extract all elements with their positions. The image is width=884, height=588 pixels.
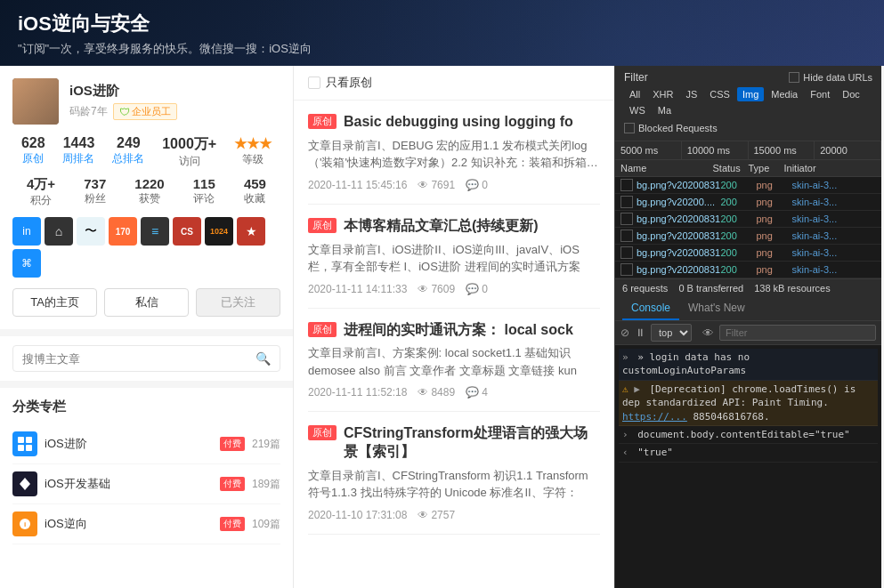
stat-favorites-label: 收藏: [244, 191, 266, 206]
console-arrow-3: ‹: [622, 447, 629, 458]
stat-points: 4万+ 积分: [27, 176, 55, 208]
badge-pulse: 〜: [77, 217, 105, 246]
col-initiator: Initiator: [784, 163, 877, 173]
filter-tab-all[interactable]: All: [624, 87, 645, 101]
page-subtitle: "订阅"一次，享受终身服务的快乐。微信搜一搜：iOS逆向: [18, 41, 866, 57]
original-badge-2: 原创: [308, 322, 337, 337]
category-item-1[interactable]: iOS开发基础 付费 189篇: [12, 464, 280, 504]
console-context-select[interactable]: top: [651, 324, 692, 342]
filter-tab-doc[interactable]: Doc: [837, 87, 865, 101]
blocked-checkbox[interactable]: [624, 123, 635, 133]
net-row-checkbox-0: [620, 179, 633, 191]
stat-followers-num: 737: [84, 176, 106, 191]
stat-level-label[interactable]: 等级: [234, 152, 272, 167]
net-cell-type-4: png: [757, 247, 792, 258]
category-badge-2: 付费: [220, 517, 245, 531]
article-title-3[interactable]: CFStringTransform处理语言的强大场景【索引】: [344, 424, 600, 462]
console-link-1[interactable]: https://...: [622, 411, 687, 423]
net-cell-name-0: bg.png?v20200831: [637, 180, 721, 190]
follow-button[interactable]: 已关注: [196, 288, 280, 317]
category-name-0: iOS进阶: [45, 436, 213, 452]
network-header: Name Status Type Initiator: [615, 160, 881, 177]
message-button[interactable]: 私信: [104, 288, 189, 317]
net-row-3[interactable]: bg.png?v20200831 200 png skin-ai-3...: [615, 228, 881, 245]
net-cell-type-3: png: [757, 230, 792, 241]
filter-tab-ws[interactable]: WS: [624, 103, 651, 117]
stat-total-rank-label[interactable]: 总排名: [112, 151, 144, 166]
article-meta-1: 2020-11-11 14:11:33 👁 7609 💬 0: [308, 283, 600, 295]
filter-tab-js[interactable]: JS: [680, 87, 702, 101]
article-top-0: 原创 Basic debugging using logging fo: [308, 113, 600, 132]
filter-tab-ma[interactable]: Ma: [653, 103, 677, 117]
article-date-1: 2020-11-11 14:11:33: [308, 283, 407, 295]
col-name: Name: [620, 163, 713, 173]
article-date-3: 2020-11-10 17:31:08: [308, 509, 407, 521]
console-arrow-2: ›: [622, 429, 629, 440]
action-row: TA的主页 私信 已关注: [12, 288, 280, 317]
net-cell-init-2: skin-ai-3...: [792, 213, 877, 224]
only-original-filter[interactable]: 只看原创: [308, 75, 372, 91]
filter-tab-css[interactable]: CSS: [704, 87, 735, 101]
filter-tabs: All XHR JS CSS Img Media Font Doc WS Ma: [624, 84, 872, 121]
article-desc-3: 文章目录前言I、CFStringTransform 初识1.1 Transfor…: [308, 467, 600, 502]
search-input[interactable]: [22, 352, 255, 366]
avatar-image: [12, 78, 59, 125]
net-cell-name-5: bg.png?v20200831: [637, 264, 721, 275]
filter-tab-xhr[interactable]: XHR: [647, 87, 678, 101]
category-item-2[interactable]: i iOS逆向 付费 109篇: [12, 504, 280, 544]
stat-visits-label[interactable]: 访问: [162, 154, 216, 169]
net-row-checkbox-3: [620, 230, 633, 242]
svg-rect-0: [18, 437, 24, 443]
article-comments-1: 💬 0: [466, 283, 488, 295]
badge-1024: 1024: [205, 217, 233, 246]
hide-urls-label: Hide data URLs: [803, 72, 872, 83]
stat-favorites: 459 收藏: [244, 176, 266, 208]
category-item-0[interactable]: iOS进阶 付费 219篇: [12, 424, 280, 464]
svg-rect-2: [18, 445, 24, 451]
filter-tab-media[interactable]: Media: [766, 87, 803, 101]
stats-row-1: 628 原创 1443 周排名 249 总排名 1000万+ 访问 ★★★: [12, 135, 280, 169]
filter-tab-img[interactable]: Img: [737, 87, 764, 101]
net-cell-type-5: png: [757, 264, 792, 275]
filter-tab-font[interactable]: Font: [805, 87, 835, 101]
stat-week-rank-label[interactable]: 周排名: [62, 151, 94, 166]
stat-total-rank: 249 总排名: [112, 135, 144, 169]
net-row-0[interactable]: bg.png?v20200831 200 png skin-ai-3...: [615, 177, 881, 194]
stat-favorites-num: 459: [244, 176, 266, 191]
timeline-15000: 15000 ms: [749, 141, 815, 159]
article-title-2[interactable]: 进程间的实时通讯方案： local sock: [344, 321, 573, 340]
console-line-0: » » login data has no customLoginAutoPar…: [619, 349, 878, 381]
net-row-2[interactable]: bg.png?v20200831 200 png skin-ai-3...: [615, 211, 881, 228]
stat-comments-num: 115: [193, 176, 215, 191]
timeline-header: 5000 ms 10000 ms 15000 ms 20000: [615, 141, 881, 160]
hide-urls-checkbox[interactable]: [789, 72, 799, 83]
filter-row: Filter Hide data URLs: [624, 71, 872, 84]
stat-level-icon: ★★★: [234, 135, 272, 152]
net-row-5[interactable]: bg.png?v20200831 200 png skin-ai-3...: [615, 262, 881, 278]
console-pause-icon[interactable]: ⏸: [635, 326, 645, 339]
tab-whats-new[interactable]: What's New: [679, 297, 754, 320]
console-clear-icon[interactable]: ⊘: [620, 326, 629, 339]
net-row-1[interactable]: bg.png?v20200.... 200 png skin-ai-3...: [615, 194, 881, 211]
category-badge-0: 付费: [220, 437, 245, 451]
network-table: Name Status Type Initiator bg.png?v20200…: [615, 160, 881, 278]
original-checkbox[interactable]: [308, 77, 320, 89]
net-cell-name-4: bg.png?v20200831: [637, 247, 721, 258]
article-title-0[interactable]: Basic debugging using logging fo: [344, 113, 573, 132]
net-row-checkbox-2: [620, 213, 633, 225]
search-icon[interactable]: 🔍: [255, 351, 271, 366]
only-original-label: 只看原创: [326, 75, 372, 91]
eye-icon[interactable]: 👁: [702, 326, 714, 340]
article-title-1[interactable]: 本博客精品文章汇总(持续更新): [344, 217, 539, 236]
stat-comments: 115 评论: [193, 176, 215, 208]
net-cell-init-5: skin-ai-3...: [792, 264, 877, 275]
profile-main-button[interactable]: TA的主页: [12, 288, 97, 317]
stat-original-label[interactable]: 原创: [21, 151, 45, 166]
tab-console[interactable]: Console: [622, 297, 679, 320]
console-filter-input[interactable]: [719, 325, 876, 341]
original-badge-1: 原创: [308, 218, 337, 233]
net-row-4[interactable]: bg.png?v20200831 200 png skin-ai-3...: [615, 245, 881, 262]
console-line-2: › document.body.contentEditable="true": [619, 426, 878, 444]
stats-row-2: 4万+ 积分 737 粉丝 1220 获赞 115 评论 459 收藏: [12, 176, 280, 208]
net-cell-status-1: 200: [721, 197, 757, 207]
